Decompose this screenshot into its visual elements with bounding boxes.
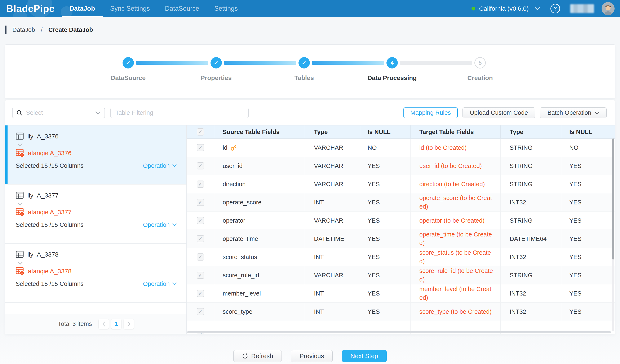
help-icon[interactable]: ? [550, 4, 560, 13]
horizontal-scrollbar[interactable] [187, 331, 611, 333]
target-type-cell: INT32 [501, 303, 561, 321]
nav-item-label: DataSource [165, 5, 199, 12]
batch-operation-button[interactable]: Batch Operation [540, 107, 607, 118]
checkbox-cell: ✓ [187, 230, 214, 248]
pagination-page-1[interactable]: 1 [111, 319, 121, 329]
nav-item-label: Settings [214, 5, 238, 12]
target-type-cell: STRING [501, 175, 561, 193]
field-mapping-row: ✓score_statusINTYESscore_status (to be C… [187, 248, 615, 266]
upload-custom-code-button[interactable]: Upload Custom Code [463, 107, 535, 118]
expand-chevron-icon[interactable] [17, 143, 177, 147]
field-mapping-row: ✓score_rule_idVARCHARYESscore_rule_id (t… [187, 266, 615, 284]
target-table-row: afanqie A_3377 [16, 208, 177, 216]
source-field: direction [223, 181, 246, 188]
expand-chevron-icon[interactable] [17, 202, 177, 206]
table-pair-item[interactable]: lly .A_3378afanqie A_3378Selected 15 /15… [5, 243, 186, 303]
previous-button[interactable]: Previous [291, 350, 333, 362]
refresh-button[interactable]: Refresh [233, 350, 282, 362]
next-step-button[interactable]: Next Step [342, 350, 387, 362]
row-checkbox[interactable]: ✓ [197, 308, 204, 315]
chevron-down-icon [535, 8, 539, 10]
source-field: score_rule_id [223, 272, 259, 279]
row-checkbox[interactable]: ✓ [197, 290, 204, 297]
table-icon [16, 251, 24, 258]
nav-item-datasource[interactable]: DataSource [157, 0, 207, 17]
source-type-cell: INT [304, 193, 360, 211]
source-table-row: lly .A_3377 [16, 192, 177, 199]
row-checkbox[interactable]: ✓ [197, 181, 204, 188]
chevron-down-icon [172, 224, 177, 226]
step-connector [224, 61, 296, 65]
chevron-down-icon [172, 164, 177, 167]
step-circle-4: 4 [387, 57, 398, 68]
breadcrumb-parent[interactable]: DataJob [12, 26, 35, 33]
target-field-name: score_rule_id (to be Created) [419, 267, 493, 284]
vertical-scrollbar[interactable] [612, 138, 614, 331]
pagination-next-button[interactable] [124, 319, 134, 329]
source-field-cell: member_level [214, 284, 304, 303]
row-checkbox[interactable]: ✓ [197, 199, 204, 206]
chevron-down-icon [17, 202, 23, 206]
source-null-cell: YES [360, 193, 411, 211]
source-field-cell: score_type [214, 303, 304, 321]
mapping-rules-button[interactable]: Mapping Rules [403, 107, 458, 118]
environment-label: California (v0.6.0) [479, 5, 529, 12]
table-pair-item[interactable]: lly .A_3376afanqie A_3376Selected 15 /15… [5, 125, 186, 184]
target-field-name: direction (to be Created) [419, 180, 485, 188]
target-field-cell: direction (to be Created) [411, 175, 501, 193]
table-pair-item[interactable]: lly .A_3377afanqie A_3377Selected 15 /15… [5, 184, 186, 243]
selected-columns-label: Selected 15 /15 Columns [16, 221, 84, 228]
environment-selector[interactable] [535, 7, 540, 10]
row-checkbox[interactable]: ✓ [197, 162, 204, 169]
table-filter-field[interactable] [110, 108, 249, 118]
row-checkbox[interactable]: ✓ [197, 217, 204, 224]
step-connector [312, 61, 384, 65]
source-null-cell: YES [360, 175, 411, 193]
operation-label: Operation [143, 162, 170, 169]
field-mapping-row: ✓score_typeINTYESscore_type (to be Creat… [187, 303, 615, 321]
row-checkbox[interactable]: ✓ [197, 253, 204, 260]
nav-item-sync-settings[interactable]: Sync Settings [103, 0, 157, 17]
nav-item-datajob[interactable]: DataJob [62, 0, 102, 17]
pagination-total: Total 3 items [58, 320, 92, 327]
nav-menu: DataJobSync SettingsDataSourceSettings [62, 0, 245, 17]
chevron-left-icon [103, 322, 105, 326]
schema-select[interactable] [12, 108, 105, 118]
operation-link[interactable]: Operation [143, 280, 177, 287]
table-add-icon [16, 208, 25, 216]
operation-link[interactable]: Operation [143, 221, 177, 228]
select-all-checkbox[interactable]: ✓ [197, 128, 204, 136]
table-filter-input[interactable] [115, 109, 244, 116]
status-dot-icon [471, 7, 475, 11]
row-checkbox[interactable]: ✓ [197, 144, 204, 151]
vertical-scrollbar-thumb[interactable] [612, 138, 614, 259]
field-mapping-row: ✓user_idVARCHARYESuser_id (to be Created… [187, 157, 615, 175]
target-type-cell: STRING [501, 157, 561, 175]
source-type-cell: INT [304, 303, 360, 321]
source-type-cell: INT [304, 284, 360, 303]
avatar[interactable] [602, 2, 615, 15]
target-table-row: afanqie A_3378 [16, 267, 177, 275]
operation-link[interactable]: Operation [143, 162, 177, 169]
step-number: 4 [390, 60, 394, 66]
target-field-cell: score_type (to be Created) [411, 303, 501, 321]
username-redacted [570, 4, 594, 13]
target-null-cell: YES [561, 212, 615, 229]
table-pair-meta: Selected 15 /15 ColumnsOperation [16, 162, 177, 169]
step-connector [136, 61, 208, 65]
expand-chevron-icon[interactable] [17, 261, 177, 265]
nav-item-settings[interactable]: Settings [207, 0, 245, 17]
source-null-cell: YES [360, 284, 411, 303]
source-field-name: direction [223, 181, 246, 188]
target-field-cell: member_level (to be Created) [411, 284, 501, 303]
source-field-name: member_level [223, 290, 261, 297]
source-field-cell: user_id [214, 157, 304, 175]
chevron-right-icon [128, 322, 130, 326]
select-input[interactable] [26, 109, 95, 116]
key-icon [230, 145, 237, 151]
row-checkbox[interactable]: ✓ [197, 272, 204, 279]
row-checkbox[interactable]: ✓ [197, 235, 204, 242]
step-label: DataSource [86, 74, 170, 81]
target-type-cell: DATETIME64 [501, 230, 561, 248]
pagination-prev-button[interactable] [99, 319, 109, 329]
